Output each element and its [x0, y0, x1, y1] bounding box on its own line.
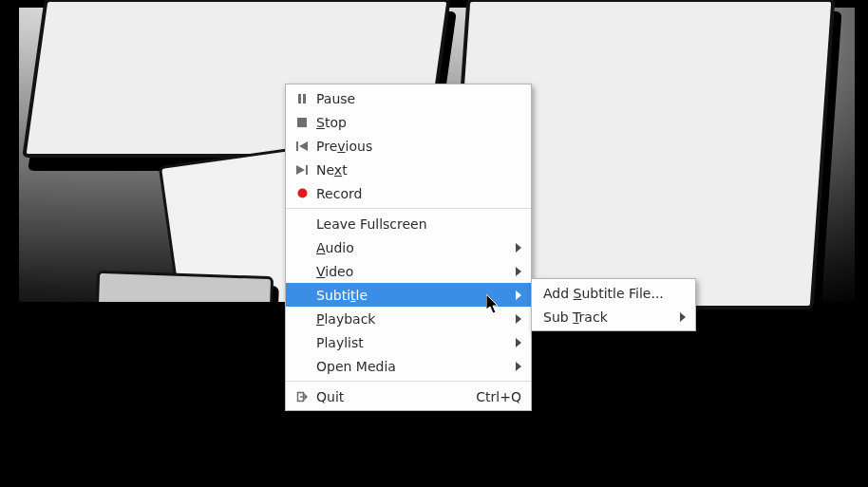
menu-item-label: Record [316, 186, 521, 201]
menu-item-label: Add Subtitle File... [539, 286, 686, 301]
blank-icon [293, 288, 311, 303]
menu-item-audio[interactable]: Audio [286, 235, 531, 259]
menu-item-label: Stop [316, 115, 521, 130]
chevron-right-icon [661, 312, 686, 322]
menu-item-previous[interactable]: Previous [286, 134, 531, 158]
menu-item-label: Open Media [316, 359, 497, 374]
menu-separator [286, 208, 531, 209]
svg-marker-15 [680, 312, 686, 322]
menu-item-playback[interactable]: Playback [286, 307, 531, 330]
menu-item-label: Subtitle [316, 288, 497, 303]
svg-point-7 [297, 189, 307, 198]
video-player-viewport: Pause Stop Previous Next Record [0, 0, 868, 487]
menu-item-label: Previous [316, 139, 521, 154]
svg-rect-3 [296, 141, 298, 151]
menu-item-playlist[interactable]: Playlist [286, 330, 531, 354]
chevron-right-icon [497, 362, 521, 371]
menu-item-quit[interactable]: Quit Ctrl+Q [286, 384, 531, 408]
svg-marker-5 [296, 165, 305, 175]
stop-icon [293, 115, 311, 130]
menu-item-open-media[interactable]: Open Media [286, 354, 531, 378]
pause-icon [293, 91, 311, 106]
chevron-right-icon [497, 314, 521, 324]
menu-item-stop[interactable]: Stop [286, 110, 531, 134]
menu-item-label: Video [316, 264, 497, 279]
menu-item-shortcut: Ctrl+Q [457, 389, 521, 404]
blank-icon [293, 311, 311, 327]
context-menu: Pause Stop Previous Next Record [285, 84, 532, 411]
subtitle-submenu: Add Subtitle File... Sub Track [531, 278, 696, 331]
svg-marker-13 [516, 362, 521, 371]
svg-marker-9 [516, 267, 521, 276]
submenu-item-add-subtitle-file[interactable]: Add Subtitle File... [532, 281, 695, 305]
blank-icon [293, 216, 311, 232]
chevron-right-icon [497, 290, 521, 300]
svg-marker-10 [516, 290, 521, 300]
chevron-right-icon [497, 267, 521, 276]
quit-icon [293, 389, 311, 404]
menu-item-video[interactable]: Video [286, 259, 531, 283]
blank-icon [293, 240, 311, 255]
svg-marker-4 [299, 141, 308, 151]
svg-marker-12 [516, 338, 521, 347]
blank-icon [293, 335, 311, 350]
svg-marker-11 [516, 314, 521, 324]
menu-item-next[interactable]: Next [286, 158, 531, 181]
menu-item-label: Playlist [316, 335, 497, 350]
svg-rect-0 [298, 94, 301, 103]
menu-item-label: Next [316, 162, 521, 178]
svg-marker-8 [516, 243, 521, 253]
record-icon [293, 186, 311, 201]
submenu-item-sub-track[interactable]: Sub Track [532, 305, 695, 328]
svg-rect-6 [306, 165, 308, 175]
blank-icon [293, 359, 311, 374]
svg-rect-2 [297, 118, 307, 127]
menu-item-subtitle[interactable]: Subtitle [286, 283, 531, 307]
menu-item-label: Sub Track [539, 309, 661, 325]
menu-item-label: Audio [316, 240, 497, 255]
menu-item-label: Pause [316, 91, 521, 106]
chevron-right-icon [497, 243, 521, 253]
menu-item-label: Quit [316, 389, 457, 404]
blank-icon [293, 264, 311, 279]
menu-item-leave-fullscreen[interactable]: Leave Fullscreen [286, 212, 531, 235]
chevron-right-icon [497, 338, 521, 347]
skip-previous-icon [293, 139, 311, 154]
menu-item-label: Leave Fullscreen [316, 216, 521, 232]
menu-item-record[interactable]: Record [286, 181, 531, 205]
menu-item-label: Playback [316, 311, 497, 327]
svg-rect-1 [303, 94, 306, 103]
menu-item-pause[interactable]: Pause [286, 86, 531, 110]
menu-separator [286, 381, 531, 382]
skip-next-icon [293, 162, 311, 178]
